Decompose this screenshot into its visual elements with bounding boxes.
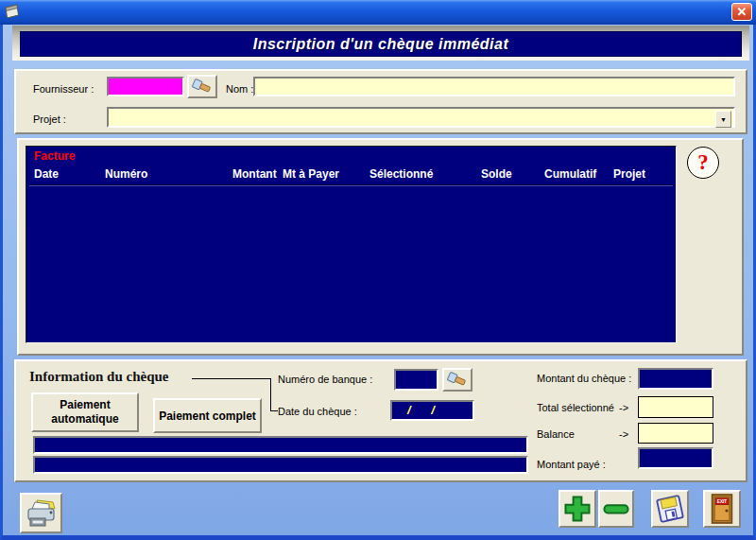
connector-line-tick: [270, 410, 278, 411]
facture-section-label: Facture: [34, 149, 75, 163]
connector-line-horizontal: [192, 378, 271, 379]
app-icon: [4, 3, 21, 21]
nom-label: Nom :: [226, 83, 253, 95]
facture-panel: Facture Date Numéro Montant Mt à Payer S…: [17, 138, 744, 356]
col-header-cumulatif: Cumulatif: [544, 167, 596, 181]
col-header-selectionne: Sélectionné: [369, 167, 433, 181]
exit-door-icon: EXIT: [707, 493, 737, 525]
close-button[interactable]: ✕: [731, 3, 752, 21]
flashlight-icon: [191, 78, 214, 96]
fournisseur-label: Fournisseur :: [33, 83, 94, 95]
flashlight-icon: [446, 371, 469, 389]
projet-dropdown-button[interactable]: ▼: [715, 111, 731, 128]
memo-line-2[interactable]: [33, 456, 528, 474]
numero-banque-input[interactable]: [394, 369, 438, 391]
balance-label: Balance: [537, 428, 575, 440]
col-header-numero: Numéro: [105, 167, 147, 181]
minus-icon: [602, 495, 630, 523]
total-selectionne-label: Total sélectionné: [537, 402, 614, 413]
help-button[interactable]: ?: [687, 147, 719, 179]
col-header-solde: Solde: [481, 167, 512, 181]
title-bar[interactable]: ✕: [0, 0, 756, 25]
total-arrow: ->: [619, 402, 628, 413]
projet-combobox-value[interactable]: [109, 109, 733, 126]
col-header-date: Date: [34, 167, 59, 181]
close-icon: ✕: [737, 5, 747, 19]
numero-banque-label: Numéro de banque :: [278, 374, 372, 385]
projet-combobox[interactable]: ▼: [107, 107, 735, 128]
header-strip: Inscription d'un chèque immédiat: [12, 26, 749, 61]
banque-lookup-button[interactable]: [442, 368, 472, 392]
balance-arrow: ->: [619, 428, 628, 440]
projet-label: Projet :: [33, 113, 66, 125]
memo-line-1[interactable]: [33, 436, 528, 454]
col-header-projet: Projet: [613, 167, 645, 181]
cheque-info-panel: Information du chèque Paiement automatiq…: [14, 359, 747, 482]
exit-button[interactable]: EXIT: [703, 490, 741, 528]
printer-icon: [25, 497, 59, 530]
date-cheque-input[interactable]: / /: [390, 400, 474, 421]
connector-line-vertical: [270, 378, 271, 411]
add-button[interactable]: [558, 490, 596, 528]
header-band: Inscription d'un chèque immédiat: [20, 31, 742, 57]
total-selectionne-field: [638, 396, 713, 418]
paiement-automatique-button[interactable]: Paiement automatique: [31, 392, 139, 432]
cheque-info-title: Information du chèque: [29, 369, 169, 385]
exit-icon-label: EXIT: [717, 499, 728, 504]
date-cheque-label: Date du chèque :: [278, 406, 357, 417]
app-window: ✕ Inscription d'un chèque immédiat Fourn…: [0, 0, 756, 540]
nom-input[interactable]: [253, 77, 735, 96]
page-title: Inscription d'un chèque immédiat: [253, 36, 509, 52]
supplier-form-panel: Fournisseur : Nom : Projet : ▼: [14, 69, 747, 134]
chevron-down-icon: ▼: [720, 116, 727, 123]
paiement-complet-button[interactable]: Paiement complet: [153, 398, 262, 433]
balance-field: [638, 423, 713, 444]
montant-cheque-label: Montant du chèque :: [537, 373, 631, 384]
fournisseur-lookup-button[interactable]: [187, 75, 217, 98]
facture-table[interactable]: Facture Date Numéro Montant Mt à Payer S…: [26, 146, 677, 343]
fournisseur-input[interactable]: [107, 77, 184, 96]
col-header-mt-a-payer: Mt à Payer: [283, 167, 339, 181]
save-floppy-icon: [654, 493, 686, 525]
save-button[interactable]: [651, 490, 689, 528]
help-icon: ?: [697, 150, 709, 174]
col-header-montant: Montant: [232, 167, 277, 181]
montant-paye-input[interactable]: [638, 447, 713, 469]
plus-icon: [563, 494, 592, 524]
header-divider: [29, 184, 673, 186]
remove-button[interactable]: [598, 490, 634, 528]
montant-paye-label: Montant payé :: [537, 459, 606, 470]
print-button[interactable]: [20, 493, 62, 533]
montant-cheque-input[interactable]: [638, 368, 713, 390]
